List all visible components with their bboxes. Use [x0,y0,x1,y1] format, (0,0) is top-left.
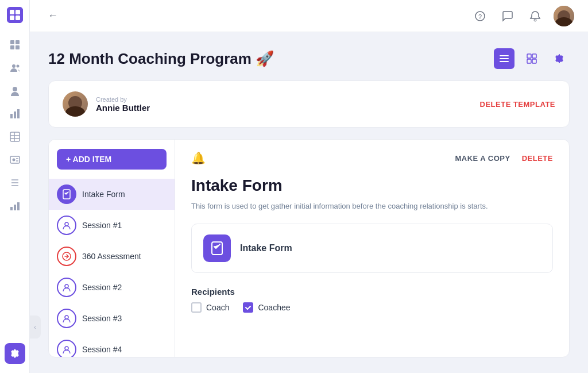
svg-rect-14 [17,109,20,118]
coach-checkbox[interactable]: Coach [191,302,229,313]
page-title: 12 Month Coaching Program 🚀 [48,50,274,68]
list-item[interactable]: Session #3 [49,303,175,334]
item-icon-intake-form [57,184,76,204]
recipients-label: Recipients [191,287,553,297]
nav-id-card[interactable] [5,149,25,170]
svg-rect-5 [10,40,14,44]
add-item-button[interactable]: + ADD ITEM [57,149,167,170]
coachee-label: Coachee [258,303,290,312]
nav-chart[interactable] [5,103,25,124]
nav-list[interactable] [5,172,25,193]
list-item[interactable]: Session #1 [49,210,175,241]
nav-settings[interactable] [5,343,25,364]
main-content: ← ? 12 Month Coaching Program 🚀 [30,0,588,373]
svg-rect-27 [14,205,16,210]
list-item[interactable]: Session #4 [49,334,175,357]
notification-icon[interactable] [526,7,544,25]
collapse-sidebar-button[interactable]: ‹ [29,316,41,339]
svg-rect-8 [16,45,20,49]
svg-point-10 [16,65,19,68]
detail-panel: 🔔 MAKE A COPY DELETE Intake Form This fo… [175,140,569,357]
nav-grid[interactable] [5,34,25,55]
creator-name: Annie Buttler [96,103,150,113]
image-view-button[interactable] [521,48,542,69]
svg-text:?: ? [478,13,482,20]
page-title-row: 12 Month Coaching Program 🚀 [48,48,570,69]
bell-icon[interactable]: 🔔 [191,151,206,165]
creator-card: Created by Annie Buttler DELETE TEMPLATE [48,80,570,128]
svg-point-43 [65,347,68,350]
svg-point-41 [65,284,68,288]
svg-rect-12 [10,114,13,118]
svg-rect-0 [7,7,23,23]
item-icon-session-1 [57,216,76,235]
svg-rect-36 [532,54,536,58]
svg-rect-6 [16,40,20,44]
svg-rect-38 [532,59,536,63]
content-panel: + ADD ITEM Intake Form Sessi [48,139,570,357]
detail-title: Intake Form [191,176,553,195]
delete-template-button[interactable]: DELETE TEMPLATE [480,100,555,109]
form-icon [203,234,231,262]
item-icon-360 [57,247,76,266]
list-view-button[interactable] [494,48,514,69]
nav-person[interactable] [5,80,25,101]
item-icon-session-2 [57,278,76,297]
svg-rect-32 [500,55,509,56]
svg-rect-33 [500,58,509,59]
creator-text: Created by Annie Buttler [96,96,150,113]
list-item[interactable]: Session #2 [49,272,175,303]
app-logo [7,7,23,23]
svg-rect-35 [527,54,531,58]
created-by-label: Created by [96,96,150,103]
list-item[interactable]: Intake Form [49,179,175,210]
help-icon[interactable]: ? [471,7,489,25]
form-preview-card[interactable]: Intake Form [191,224,553,273]
item-label: Session #4 [82,345,122,354]
svg-rect-37 [527,59,531,63]
coachee-checkbox[interactable]: Coachee [243,302,290,313]
svg-rect-4 [16,16,20,20]
settings-button[interactable] [549,48,570,69]
coach-label: Coach [206,303,229,312]
svg-rect-3 [10,16,14,20]
list-item[interactable]: 360 Assessment [49,241,175,272]
recipients-section: Recipients Coach Coachee [191,287,553,313]
item-icon-session-3 [57,309,76,328]
detail-toolbar: 🔔 MAKE A COPY DELETE [191,151,553,165]
coachee-checkbox-box[interactable] [243,302,253,313]
svg-rect-1 [10,10,14,14]
svg-rect-2 [16,10,20,14]
delete-item-button[interactable]: DELETE [522,154,553,163]
user-avatar[interactable] [554,6,574,26]
chat-icon[interactable] [498,7,517,25]
svg-point-20 [12,159,15,161]
svg-rect-15 [10,132,20,141]
svg-rect-26 [10,207,13,210]
page-toolbar [494,48,570,69]
creator-info: Created by Annie Buttler [63,91,150,117]
make-copy-button[interactable]: MAKE A COPY [455,154,510,163]
back-button[interactable]: ← [44,7,62,25]
coach-checkbox-box[interactable] [191,302,202,313]
nav-bar-chart[interactable] [5,195,25,216]
detail-toolbar-left: 🔔 [191,151,206,165]
svg-rect-13 [14,111,16,118]
svg-rect-34 [500,61,509,62]
page-area: 12 Month Coaching Program 🚀 Created by [30,32,588,373]
top-header: ← ? [30,0,588,32]
nav-users[interactable] [5,57,25,78]
item-label: Session #3 [82,314,122,323]
item-label: 360 Assessment [82,252,141,261]
detail-description: This form is used to get gather initial … [191,201,553,212]
svg-point-42 [65,316,68,319]
recipients-checkboxes: Coach Coachee [191,302,553,313]
sidebar-nav: ‹ [0,0,30,373]
svg-rect-28 [17,202,20,210]
item-label: Intake Form [82,190,125,199]
creator-avatar [63,91,88,117]
nav-table[interactable] [5,126,25,147]
detail-toolbar-right: MAKE A COPY DELETE [455,154,553,163]
svg-point-11 [13,87,17,91]
item-icon-session-4 [57,340,76,357]
